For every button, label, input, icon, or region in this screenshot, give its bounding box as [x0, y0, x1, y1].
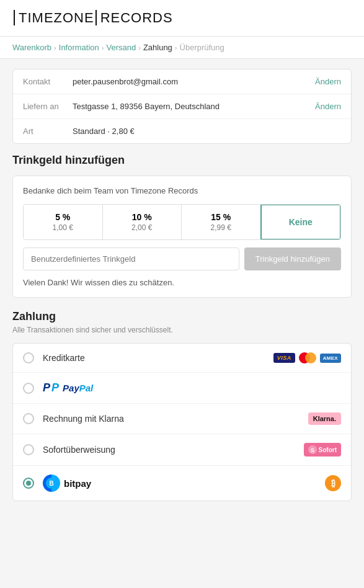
- bitpay-logo: B bitpay: [43, 474, 91, 492]
- sofort-badge: S Sofort: [304, 443, 341, 457]
- mastercard-icon: [299, 352, 316, 363]
- bitpay-text: bitpay: [64, 478, 91, 489]
- tip-thanks: Vielen Dank! Wir wissen dies zu schätzen…: [23, 278, 341, 287]
- breadcrumb-versand[interactable]: Versand: [107, 43, 136, 52]
- logo-suffix: records: [95, 10, 173, 25]
- tip-pct-10: 10 %: [108, 212, 177, 222]
- breadcrumb-zahlung: Zahlung: [143, 43, 172, 52]
- radio-klarna[interactable]: [23, 413, 34, 424]
- header: TIMEZONErecords: [0, 0, 364, 37]
- paypal-text-dark: Pay: [63, 383, 79, 393]
- tip-add-button[interactable]: Trinkgeld hinzufügen: [244, 247, 341, 270]
- tip-btn-10[interactable]: 10 % 2,00 €: [103, 205, 182, 239]
- payment-option-sofort[interactable]: Sofortüberweisung S Sofort: [13, 434, 351, 466]
- payment-icons-sofort: S Sofort: [304, 443, 341, 457]
- info-row-liefern: Liefern an Testgasse 1, 89356 Bayern, De…: [13, 94, 351, 119]
- sofort-icon: S: [308, 445, 317, 454]
- info-action-kontakt[interactable]: Ändern: [315, 77, 341, 86]
- tip-amt-5: 1,00 €: [29, 223, 97, 232]
- tip-btn-keine[interactable]: Keine: [260, 204, 342, 240]
- bitpay-logo-svg: B: [46, 478, 57, 489]
- breadcrumb-ueberpruefung: Überprüfung: [180, 43, 224, 52]
- tip-pct-5: 5 %: [29, 212, 97, 222]
- payment-option-bitpay[interactable]: B bitpay ₿: [13, 466, 351, 501]
- breadcrumb-warenkorb[interactable]: Warenkorb: [12, 43, 51, 52]
- tip-btn-15[interactable]: 15 % 2,99 €: [182, 205, 261, 239]
- payment-section: Zahlung Alle Transaktionen sind sicher u…: [0, 310, 364, 514]
- payment-label-klarna: Rechnung mit Klarna: [43, 414, 308, 424]
- tip-pct-15: 15 %: [187, 212, 255, 222]
- svg-text:B: B: [49, 480, 53, 487]
- tip-buttons: 5 % 1,00 € 10 % 2,00 € 15 % 2,99 € Keine: [23, 204, 341, 240]
- tip-section-title: Trinkgeld hinzufügen: [12, 154, 352, 167]
- amex-icon: AMEX: [320, 354, 341, 363]
- info-action-liefern[interactable]: Ändern: [315, 102, 341, 111]
- info-card: Kontakt peter.pausenbrot@gmail.com Änder…: [12, 69, 352, 144]
- radio-sofort[interactable]: [23, 444, 34, 455]
- info-value-address: Testgasse 1, 89356 Bayern, Deutschland: [73, 102, 315, 111]
- paypal-text-light: Pal: [79, 383, 94, 393]
- tip-section: Trinkgeld hinzufügen Bedanke dich beim T…: [0, 154, 364, 298]
- paypal-logo: PP PayPal: [43, 381, 93, 394]
- payment-icons-klarna: Klarna.: [308, 412, 341, 425]
- breadcrumb-information[interactable]: Information: [59, 43, 99, 52]
- tip-amt-15: 2,99 €: [187, 223, 255, 232]
- payment-label-kreditkarte: Kreditkarte: [43, 353, 273, 363]
- tip-message: Bedanke dich beim Team von Timezone Reco…: [23, 186, 341, 195]
- payment-option-paypal[interactable]: PP PayPal: [13, 373, 351, 404]
- payment-card: Kreditkarte VISA AMEX PP PayPal Rechnung…: [12, 343, 352, 501]
- breadcrumb-sep-2: ›: [102, 44, 104, 51]
- info-label-liefern: Liefern an: [23, 102, 73, 111]
- tip-btn-5[interactable]: 5 % 1,00 €: [24, 205, 103, 239]
- paypal-p-light: P: [51, 381, 59, 394]
- svg-text:S: S: [311, 447, 314, 453]
- info-row-kontakt: Kontakt peter.pausenbrot@gmail.com Änder…: [13, 69, 351, 94]
- tip-card: Bedanke dich beim Team von Timezone Reco…: [12, 176, 352, 298]
- payment-title: Zahlung: [12, 310, 352, 323]
- mc-circle-orange: [305, 352, 316, 363]
- payment-label-sofort: Sofortüberweisung: [43, 445, 304, 455]
- info-value-art: Standard · 2,80 €: [73, 127, 341, 136]
- info-value-email: peter.pausenbrot@gmail.com: [73, 77, 315, 86]
- logo: TIMEZONErecords: [12, 10, 352, 26]
- breadcrumb: Warenkorb › Information › Versand › Zahl…: [0, 37, 364, 59]
- paypal-p-blue: P: [43, 381, 50, 394]
- tip-custom-row: Trinkgeld hinzufügen: [23, 247, 341, 270]
- breadcrumb-sep-3: ›: [138, 44, 141, 51]
- klarna-badge: Klarna.: [308, 412, 341, 425]
- payment-icons-kreditkarte: VISA AMEX: [273, 352, 341, 363]
- payment-option-klarna[interactable]: Rechnung mit Klarna Klarna.: [13, 404, 351, 434]
- payment-option-kreditkarte[interactable]: Kreditkarte VISA AMEX: [13, 344, 351, 373]
- radio-paypal[interactable]: [23, 383, 34, 394]
- info-label-art: Art: [23, 127, 73, 136]
- breadcrumb-sep-1: ›: [54, 44, 56, 51]
- tip-custom-input[interactable]: [23, 247, 239, 270]
- breadcrumb-sep-4: ›: [175, 44, 177, 51]
- radio-bitpay[interactable]: [23, 478, 34, 489]
- bitcoin-badge: ₿: [325, 475, 341, 491]
- info-label-kontakt: Kontakt: [23, 77, 73, 86]
- payment-subtitle: Alle Transaktionen sind sicher und versc…: [12, 326, 352, 334]
- info-row-art: Art Standard · 2,80 €: [13, 119, 351, 143]
- logo-brand: TIMEZONE: [14, 10, 94, 25]
- radio-kreditkarte[interactable]: [23, 352, 34, 363]
- tip-amt-10: 2,00 €: [108, 223, 177, 232]
- visa-icon: VISA: [273, 353, 295, 363]
- tip-pct-keine: Keine: [267, 217, 335, 227]
- bitpay-icon: B: [43, 474, 60, 492]
